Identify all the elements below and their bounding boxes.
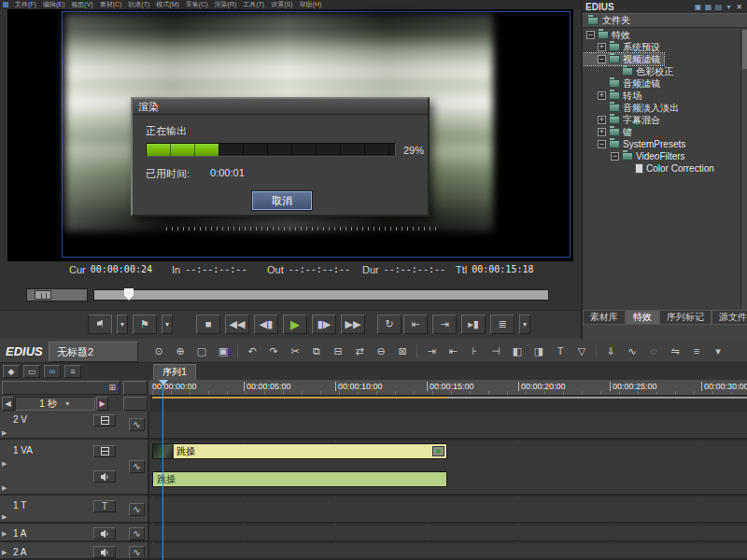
save-icon[interactable]: ▣ <box>216 343 231 358</box>
expand-track-icon[interactable]: ▶ <box>2 549 7 556</box>
expand-track-icon[interactable]: ▶ <box>2 530 7 538</box>
position-slider[interactable] <box>93 289 549 301</box>
menu-edit[interactable]: 编辑(E) <box>43 0 64 9</box>
voice-over-icon[interactable]: ◌ <box>646 343 661 358</box>
audio-enable-button[interactable] <box>93 470 116 483</box>
add-marker-icon[interactable]: ▽ <box>574 343 589 358</box>
menu-settings[interactable]: 设置(S) <box>271 0 292 9</box>
menu-render[interactable]: 渲染(R) <box>215 0 237 9</box>
tree-item-videofilters-en[interactable]: VideoFilters <box>583 150 740 162</box>
menu-tools[interactable]: 工具(T) <box>243 0 264 9</box>
timescale-fit-button[interactable] <box>123 397 148 411</box>
sync-mode-icon[interactable]: ▭ <box>23 365 40 378</box>
waveform-toggle-button[interactable]: ∿ <box>129 527 145 540</box>
collapse-icon[interactable] <box>598 55 606 63</box>
sequence-tab[interactable]: 序列1 <box>153 364 196 380</box>
undo-icon[interactable]: ↶ <box>245 343 260 358</box>
replace-icon[interactable]: ⇄ <box>352 343 367 358</box>
cancel-button[interactable]: 取消 <box>252 191 312 210</box>
set-mark-out-menu-button[interactable]: ▾ <box>162 315 173 334</box>
playhead-marker-icon[interactable] <box>159 380 168 385</box>
new-sequence-icon[interactable]: ▢ <box>194 343 209 358</box>
audio-enable-button[interactable] <box>93 546 116 558</box>
menu-capture[interactable]: 采集(C) <box>186 0 208 9</box>
track-options-icon[interactable]: ≡ <box>64 365 81 378</box>
project-tab[interactable]: 无标题2 <box>49 342 138 362</box>
position-slider-handle[interactable] <box>124 288 134 301</box>
menu-file[interactable]: 文件(F) <box>15 0 36 9</box>
effect-palette-icon[interactable]: ▤ <box>713 2 724 12</box>
waveform-column-button[interactable] <box>123 381 148 395</box>
video-enable-button[interactable] <box>93 414 116 427</box>
remove-cut-point-icon[interactable]: ⊣ <box>488 343 503 358</box>
mixer-icon[interactable]: ∿ <box>625 343 640 358</box>
tree-item-color-correction-en[interactable]: Color Correction <box>583 162 740 175</box>
expand-track-icon[interactable]: ▶ <box>2 429 7 437</box>
palette-title-bar[interactable]: EDIUS ▣ ▦ ▤ ▾ ✕ <box>583 0 747 13</box>
expand-track-icon[interactable]: ▶ <box>2 513 7 521</box>
cut-icon[interactable]: ✂ <box>288 343 303 358</box>
expand-icon[interactable] <box>598 128 606 136</box>
goto-in-button[interactable]: ⇤ <box>403 315 428 334</box>
timeline-canvas[interactable]: 跳操 跳操 <box>149 412 747 560</box>
set-out-icon[interactable]: ⇤ <box>445 343 460 358</box>
waveform-toggle-button[interactable]: ∿ <box>129 503 145 516</box>
delete-icon[interactable]: ⊠ <box>395 343 410 358</box>
add-title-icon[interactable]: T <box>553 343 568 358</box>
waveform-toggle-button[interactable]: ∿ <box>129 418 145 431</box>
menu-clip[interactable]: 素材(C) <box>100 0 122 9</box>
collapse-icon[interactable] <box>598 140 606 148</box>
add-audio-fade-icon[interactable]: ◨ <box>531 343 546 358</box>
audio-clip[interactable]: 跳操 <box>152 471 447 487</box>
track-header-2v[interactable]: 2 V ▶ ∿ <box>0 412 148 440</box>
copy-icon[interactable]: ⧉ <box>309 343 324 358</box>
expand-icon[interactable] <box>598 43 606 51</box>
tree-item-transitions[interactable]: 转场 <box>583 90 740 102</box>
options-icon[interactable]: ▾ <box>724 2 734 12</box>
capture-icon[interactable]: ⊙ <box>151 343 166 358</box>
dock-icon[interactable]: ▣ <box>693 2 703 12</box>
rewind-button[interactable]: ◀◀ <box>225 315 249 334</box>
previous-frame-button[interactable]: ◀▮ <box>254 315 278 334</box>
bin-palette-icon[interactable]: ▦ <box>703 2 713 12</box>
tab-effects[interactable]: 特效 <box>626 310 659 325</box>
pan-icon[interactable]: ⇋ <box>668 343 683 358</box>
goto-out-button[interactable]: ⇥ <box>432 315 457 334</box>
timescale-decrease-button[interactable]: ◀ <box>2 397 14 411</box>
tab-sequence-marks[interactable]: 序列标记 <box>659 310 712 325</box>
track-header-1t[interactable]: 1 T T ▶ ∿ <box>0 497 148 524</box>
loop-play-button[interactable]: ↻ <box>377 315 402 334</box>
settings-icon[interactable]: ≡ <box>689 343 704 358</box>
tree-item-system-presets[interactable]: 系统预设 <box>583 41 740 53</box>
collapse-icon[interactable] <box>611 152 619 161</box>
tree-scrollbar[interactable] <box>740 29 747 310</box>
track-header-1va[interactable]: 1 VA ▶ ▶ ∿ <box>0 441 148 496</box>
tree-item-effects[interactable]: 特效 <box>583 29 740 41</box>
redo-icon[interactable]: ↷ <box>266 343 281 358</box>
shuttle-control[interactable] <box>26 288 88 301</box>
tree-item-color-correction[interactable]: 色彩校正 <box>583 65 740 77</box>
menu-view[interactable]: 视图(V) <box>71 0 92 9</box>
video-enable-button[interactable] <box>93 445 116 457</box>
audio-enable-button[interactable] <box>93 527 116 539</box>
play-button[interactable]: ▶ <box>283 315 307 334</box>
tree-item-audio-cross-fade[interactable]: 音频淡入淡出 <box>583 102 740 114</box>
scrollbar-thumb[interactable] <box>742 30 747 69</box>
track-header-1a[interactable]: ▶ 1 A ∿ <box>0 525 148 542</box>
expand-track-icon[interactable]: ▶ <box>2 460 7 468</box>
play-around-cursor-button[interactable]: ▸▮ <box>461 315 486 334</box>
paste-icon[interactable]: ⊟ <box>331 343 345 358</box>
set-mark-out-button[interactable]: ⚑ <box>133 315 157 334</box>
ripple-mode-icon[interactable]: ∞ <box>44 365 61 378</box>
set-mark-in-menu-button[interactable]: ▾ <box>117 315 128 334</box>
tree-item-video-filters[interactable]: 视频滤镜 <box>583 53 664 65</box>
stop-button[interactable]: ■ <box>196 315 220 334</box>
export-icon[interactable]: ⇓ <box>603 343 618 358</box>
device-menu-button[interactable]: ▾ <box>519 315 530 334</box>
timeline-ruler[interactable]: 00:00:00:00 00:00:05:00 00:00:10:00 00:0… <box>149 380 747 396</box>
menu-help[interactable]: 帮助(H) <box>300 0 322 9</box>
expand-icon[interactable] <box>598 91 606 100</box>
title-enable-button[interactable]: T <box>93 500 116 512</box>
next-frame-button[interactable]: ▮▶ <box>312 315 336 334</box>
collapse-icon[interactable] <box>586 31 595 39</box>
